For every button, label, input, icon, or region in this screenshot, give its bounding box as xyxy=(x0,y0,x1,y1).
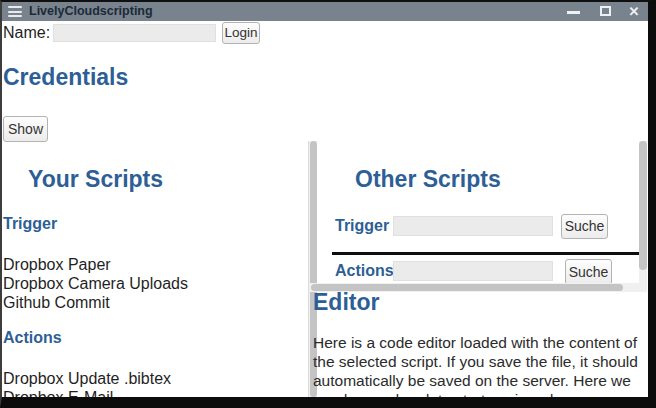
script-list-item[interactable]: Github Commit xyxy=(3,293,188,312)
show-credentials-button[interactable]: Show xyxy=(3,116,48,142)
trigger-search-input[interactable] xyxy=(393,216,553,236)
actions-search-button[interactable]: Suche xyxy=(565,259,612,285)
right-panel-vertical-scrollbar[interactable] xyxy=(639,141,647,283)
credentials-heading: Credentials xyxy=(3,64,128,90)
your-actions-heading: Actions xyxy=(3,328,62,347)
login-button[interactable]: Login xyxy=(222,22,260,44)
name-input[interactable] xyxy=(53,24,216,42)
editor-description: Here is a code editor loaded with the co… xyxy=(313,333,648,397)
window-content: LivelyCloudscripting ✕ Name: Login Crede… xyxy=(2,2,648,397)
maximize-button[interactable] xyxy=(597,2,615,21)
title-bar[interactable]: LivelyCloudscripting ✕ xyxy=(2,2,648,21)
other-actions-label: Actions xyxy=(335,261,394,280)
script-list-item[interactable]: Dropbox E-Mail xyxy=(3,388,171,397)
minimize-button[interactable] xyxy=(565,2,583,21)
your-scripts-heading: Your Scripts xyxy=(28,166,163,192)
right-panel-horizontal-scrollbar[interactable] xyxy=(310,283,639,292)
scrollbar-corner xyxy=(639,283,647,292)
your-trigger-list: Dropbox PaperDropbox Camera UploadsGithu… xyxy=(3,255,188,312)
menu-icon[interactable] xyxy=(8,6,22,17)
script-list-item[interactable]: Dropbox Update .bibtex xyxy=(3,369,171,388)
app-window: LivelyCloudscripting ✕ Name: Login Crede… xyxy=(0,0,656,408)
scrollbar-thumb[interactable] xyxy=(311,284,623,291)
editor-heading: Editor xyxy=(313,289,379,315)
other-trigger-label: Trigger xyxy=(335,216,389,235)
script-list-item[interactable]: Dropbox Camera Uploads xyxy=(3,274,188,293)
section-divider xyxy=(332,252,639,255)
scrollbar-thumb[interactable] xyxy=(639,141,647,270)
other-scripts-heading: Other Scripts xyxy=(355,166,501,192)
trigger-search-button[interactable]: Suche xyxy=(561,214,608,239)
window-title: LivelyCloudscripting xyxy=(29,2,153,21)
your-trigger-heading: Trigger xyxy=(3,214,57,233)
your-actions-list: Dropbox Update .bibtexDropbox E-Mail xyxy=(3,369,171,397)
actions-search-input[interactable] xyxy=(393,261,553,281)
script-list-item[interactable]: Dropbox Paper xyxy=(3,255,188,274)
close-icon[interactable]: ✕ xyxy=(625,2,643,21)
name-label: Name: xyxy=(3,23,50,42)
